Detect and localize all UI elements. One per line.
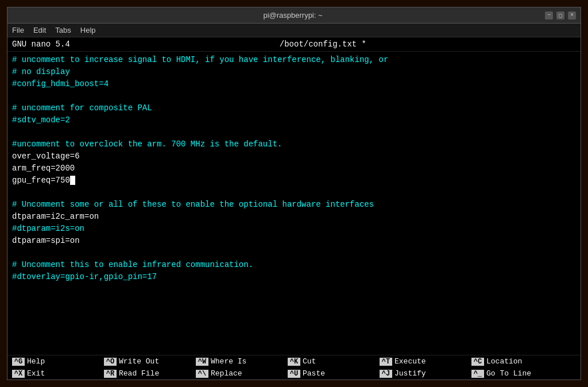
shortcut-key-cut: ^K [288,358,300,366]
menubar: File Edit Tabs Help [7,24,581,37]
shortcut-label-replace: Replace [211,369,242,378]
editor-line: dtparam=i2c_arm=on [12,211,576,223]
shortcut-key-exit: ^X [12,370,25,378]
shortcut-key-justify: ^J [380,370,392,378]
editor-line [12,126,576,138]
editor-line: #dtparam=i2s=on [12,223,576,235]
menu-help[interactable]: Help [80,26,96,34]
editor-line: # uncomment to increase signal to HDMI, … [12,54,576,66]
shortcut-key-replace: ^\ [196,370,208,378]
editor-line: over_voltage=6 [12,150,576,162]
shortcut-label-execute: Execute [394,357,426,366]
shortcut-paste: ^U Paste [285,369,377,378]
shortcut-key-readfile: ^R [104,370,117,378]
menu-tabs[interactable]: Tabs [55,26,71,34]
editor-line: # Uncomment this to enable infrared comm… [12,259,576,271]
shortcut-replace: ^\ Replace [194,369,285,378]
shortcut-label-location: Location [486,357,522,366]
editor-line: #uncomment to overclock the arm. 700 MHz… [12,138,576,150]
shortcut-key-execute: ^T [380,358,392,366]
shortcut-exit: ^X Exit [10,369,102,378]
editor-line: # Uncomment some or all of these to enab… [12,199,576,211]
shortcut-writeout: ^O Write Out [102,357,194,366]
shortcut-key-help: ^G [12,358,25,366]
shortcut-label-readfile: Read File [119,369,159,378]
shortcut-bar: ^G Help ^O Write Out ^W Where Is ^K Cut … [7,355,581,380]
shortcut-row-1: ^G Help ^O Write Out ^W Where Is ^K Cut … [7,355,581,367]
shortcut-key-location: ^C [471,358,484,366]
editor-line: # no display [12,66,576,78]
window-controls[interactable]: − ▢ × [545,11,576,20]
shortcut-label-gotoline: Go To Line [486,369,531,378]
editor-line: #dtoverlay=gpio-ir,gpio_pin=17 [12,271,576,283]
shortcut-label-cut: Cut [303,357,316,366]
shortcut-key-whereis: ^W [196,358,208,366]
close-button[interactable]: × [568,11,576,20]
editor-area[interactable]: # uncomment to increase signal to HDMI, … [7,52,581,355]
maximize-button[interactable]: ▢ [556,11,564,20]
shortcut-row-2: ^X Exit ^R Read File ^\ Replace ^U Paste… [7,367,581,380]
shortcut-whereis: ^W Where Is [194,357,285,366]
shortcut-location: ^C Location [469,357,561,366]
titlebar: pi@raspberrypi: ~ − ▢ × [7,7,581,24]
editor-line: # uncomment for composite PAL [12,102,576,114]
shortcut-help: ^G Help [10,357,102,366]
text-cursor [70,176,75,185]
editor-line [12,247,576,259]
editor-line [12,90,576,102]
shortcut-label-whereis: Where Is [211,357,246,366]
shortcut-label-exit: Exit [27,369,45,378]
editor-line: arm_freq=2000 [12,162,576,175]
editor-line: dtparam=spi=on [12,235,576,247]
nano-header: GNU nano 5.4 /boot/config.txt * [7,37,581,52]
shortcut-gotoline: ^_ Go To Line [469,369,561,378]
editor-line [12,187,576,199]
shortcut-execute: ^T Execute [377,357,469,366]
editor-line-cursor: gpu_freq=750 [12,175,576,187]
menu-edit[interactable]: Edit [33,26,46,34]
editor-line: #sdtv_mode=2 [12,114,576,126]
menu-file[interactable]: File [12,26,24,34]
shortcut-key-paste: ^U [288,370,300,378]
shortcut-label-justify: Justify [394,369,426,378]
file-name: /boot/config.txt * [70,40,576,49]
minimize-button[interactable]: − [545,11,553,20]
shortcut-justify: ^J Justify [377,369,469,378]
terminal-window: pi@raspberrypi: ~ − ▢ × File Edit Tabs H… [7,7,581,380]
shortcut-key-gotoline: ^_ [471,370,484,378]
nano-version: GNU nano 5.4 [12,40,70,49]
shortcut-key-writeout: ^O [104,358,117,366]
editor-line: #config_hdmi_boost=4 [12,78,576,90]
shortcut-label-paste: Paste [303,369,325,378]
window-title: pi@raspberrypi: ~ [41,11,545,20]
shortcut-label-help: Help [27,357,45,366]
shortcut-readfile: ^R Read File [102,369,194,378]
shortcut-cut: ^K Cut [285,357,377,366]
shortcut-label-writeout: Write Out [119,357,159,366]
